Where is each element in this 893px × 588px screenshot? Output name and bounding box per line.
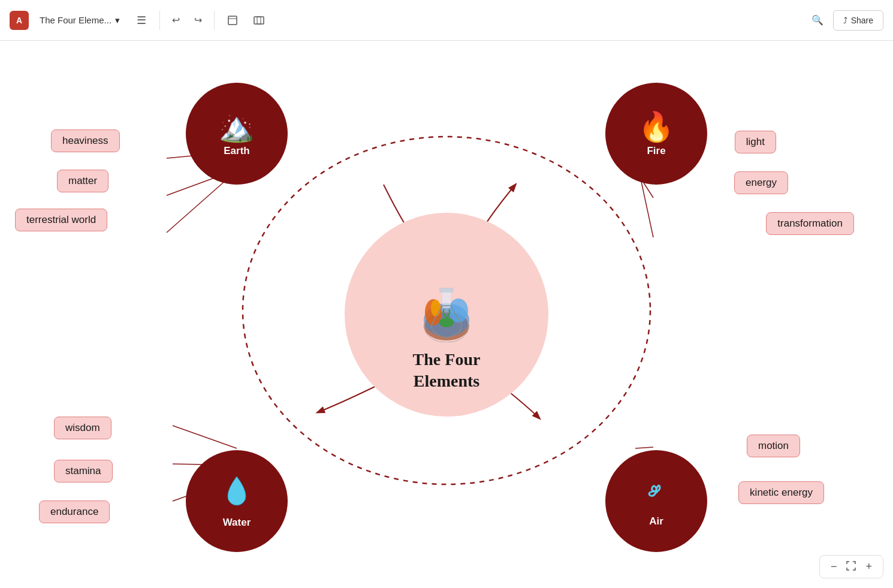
share-button[interactable]: ⤴ Share <box>833 10 883 31</box>
earth-icon: 🏔️ <box>219 110 255 144</box>
toolbar: A The Four Eleme... ▾ ☰ ↩ ↪ 🔍 ⤴ Share <box>0 0 893 41</box>
search-icon: 🔍 <box>811 14 823 26</box>
air-label: Air <box>649 515 663 527</box>
toolbar-right: 🔍 ⤴ Share <box>807 10 883 31</box>
earth-label: Earth <box>224 145 249 157</box>
svg-rect-2 <box>254 17 264 24</box>
air-icon <box>640 475 672 514</box>
fit-icon <box>845 560 857 574</box>
zoom-in-button[interactable]: + <box>862 559 876 574</box>
water-tag-endurance: endurance <box>39 500 110 523</box>
canvas: The Four Elements 🏔️ Earth 🔥 Fire Water <box>0 41 893 588</box>
svg-point-24 <box>654 490 658 493</box>
water-tag-wisdom: wisdom <box>54 417 111 439</box>
svg-point-19 <box>431 300 441 316</box>
svg-line-14 <box>635 447 653 448</box>
embed-button[interactable] <box>248 11 270 30</box>
earth-circle: 🏔️ Earth <box>186 83 288 185</box>
zoom-bar: − + <box>819 555 883 578</box>
app-icon: A <box>10 11 29 30</box>
air-circle: Air <box>605 450 707 552</box>
earth-tag-terrestrial: terrestrial world <box>15 209 107 231</box>
water-circle: Water <box>186 450 288 552</box>
zoom-out-button[interactable]: − <box>827 559 841 574</box>
fire-icon: 🔥 <box>638 110 674 144</box>
toolbar-divider2 <box>214 11 215 30</box>
share-icon: ⤴ <box>843 16 847 25</box>
svg-line-11 <box>173 426 237 448</box>
svg-line-10 <box>641 182 653 237</box>
title-text: The Four Eleme... <box>40 15 111 25</box>
earth-tag-heaviness: heaviness <box>51 129 120 152</box>
svg-rect-0 <box>228 16 237 25</box>
fire-tag-transformation: transformation <box>766 212 854 235</box>
embed-icon <box>253 14 265 26</box>
fire-circle: 🔥 Fire <box>605 83 707 185</box>
svg-rect-3 <box>257 17 261 24</box>
center-flask-icon <box>414 278 479 344</box>
svg-rect-23 <box>439 288 454 293</box>
share-label: Share <box>851 16 873 25</box>
air-tag-motion: motion <box>747 435 800 457</box>
frame-button[interactable] <box>222 11 243 30</box>
undo-button[interactable]: ↩ <box>167 11 185 29</box>
search-button[interactable]: 🔍 <box>807 11 828 29</box>
air-tag-kinetic: kinetic energy <box>738 481 824 504</box>
earth-tag-matter: matter <box>57 170 108 192</box>
title-button[interactable]: The Four Eleme... ▾ <box>34 11 126 29</box>
frame-icon <box>227 14 239 26</box>
svg-line-7 <box>167 179 228 233</box>
svg-point-21 <box>439 318 454 327</box>
center-title: The Four Elements <box>413 349 481 393</box>
water-tag-stamina: stamina <box>54 460 113 483</box>
menu-button[interactable]: ☰ <box>131 10 152 31</box>
fire-tag-light: light <box>735 131 776 153</box>
fire-tag-energy: energy <box>734 171 788 194</box>
water-label: Water <box>223 517 251 529</box>
water-icon <box>222 474 252 515</box>
center-circle: The Four Elements <box>345 213 548 417</box>
toolbar-divider <box>159 11 160 30</box>
chevron-down-icon: ▾ <box>115 15 120 26</box>
redo-button[interactable]: ↪ <box>189 11 207 29</box>
fire-label: Fire <box>647 145 665 157</box>
